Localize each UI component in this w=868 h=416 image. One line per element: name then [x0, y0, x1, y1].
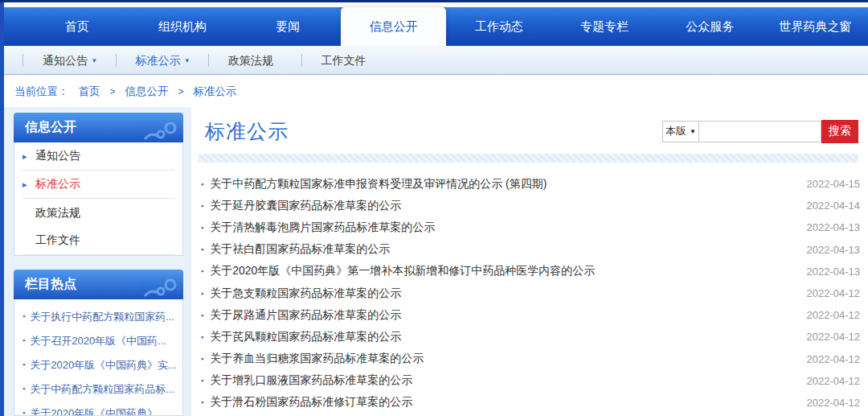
- caret-down-icon: ▼: [690, 128, 696, 135]
- announcement-row[interactable]: ▪ 关于延丹胶囊国家药品标准草案的公示 2022-04-14: [199, 195, 860, 216]
- announcement-row[interactable]: ▪ 关于养血当归糖浆国家药品标准草案的公示 2022-04-12: [199, 348, 860, 370]
- nav-tab[interactable]: 公众服务: [657, 7, 763, 46]
- main-header: 标准公示 本版 ▼ 搜索: [205, 118, 858, 144]
- announcement-list: ▪ 关于中药配方颗粒国家标准申报资料受理及审评情况的公示 (第四期) 2022-…: [199, 173, 860, 414]
- breadcrumb-prefix: 当前位置：: [14, 84, 69, 99]
- announcement-row[interactable]: ▪ 关于中药配方颗粒国家标准申报资料受理及审评情况的公示 (第四期) 2022-…: [199, 173, 860, 195]
- announcement-date: 2022-04-12: [791, 397, 861, 409]
- hot-topic-item[interactable]: ▪ 关于执行中药配方颗粒国家药...: [19, 304, 178, 328]
- announcement-date: 2022-04-12: [791, 309, 861, 321]
- sub-nav-item[interactable]: 工作文件 ▾: [301, 54, 395, 67]
- nav-tab[interactable]: 要闻: [235, 7, 341, 46]
- announcement-title: 关于祛白酊国家药品标准草案的公示: [210, 242, 390, 257]
- sidebar-item[interactable]: ▸ 标准公示: [23, 171, 174, 199]
- search-input[interactable]: [699, 121, 821, 142]
- nav-tab[interactable]: 组织机构: [129, 7, 235, 46]
- bullet-icon: ▪: [201, 333, 203, 341]
- bullet-icon: ▪: [201, 377, 203, 385]
- bullet-icon: ▪: [23, 358, 25, 372]
- sidebar-item[interactable]: ▸ 通知公告: [23, 142, 174, 171]
- bullet-icon: ▪: [201, 290, 203, 298]
- sub-nav-item[interactable]: 通知公告 ▾: [23, 54, 116, 67]
- main-content: 标准公示 本版 ▼ 搜索 ▪ 关于中药配方颗粒国家标准申报资料受理及审评情况的公…: [197, 107, 868, 416]
- announcement-title: 关于增乳口服液国家药品标准草案的公示: [210, 373, 412, 388]
- nav-tab-label: 要闻: [276, 19, 300, 35]
- sidebar-item-label: 通知公告: [35, 149, 80, 163]
- breadcrumb: 当前位置： 首页 > 信息公开 > 标准公示: [0, 76, 868, 107]
- announcement-title: 关于中药配方颗粒国家标准申报资料受理及审评情况的公示 (第四期): [210, 177, 547, 192]
- announcement-date: 2022-04-12: [791, 353, 861, 365]
- sidebar-section-title: 栏目热点: [25, 276, 76, 293]
- announcement-row[interactable]: ▪ 关于增乳口服液国家药品标准草案的公示 2022-04-12: [199, 370, 860, 392]
- announcement-date: 2022-04-12: [791, 287, 861, 299]
- hot-topic-item[interactable]: ▪ 关于2020年版《中国药典》: [19, 401, 178, 416]
- hot-topic-label: 关于2020年版《中国药典》: [30, 406, 178, 416]
- arrow-right-icon: ▸: [23, 151, 35, 162]
- announcement-row[interactable]: ▪ 关于尿路通片国家药品标准草案的公示 2022-04-12: [199, 304, 860, 326]
- sub-nav-item[interactable]: 标准公示 ▾: [116, 54, 209, 67]
- announcement-title: 关于滑石粉国家药品标准修订草案的公示: [210, 395, 412, 410]
- nav-tab[interactable]: 工作动态: [446, 7, 551, 46]
- bullet-icon: ▪: [201, 311, 203, 319]
- announcement-row[interactable]: ▪ 关于滑石粉国家药品标准修订草案的公示 2022-04-12: [199, 392, 860, 414]
- announcement-date: 2022-04-15: [791, 178, 861, 190]
- announcement-row[interactable]: ▪ 关于芪风颗粒国家药品标准草案的公示 2022-04-12: [199, 326, 860, 348]
- breadcrumb-link-info[interactable]: 信息公开: [125, 84, 169, 99]
- announcement-row[interactable]: ▪ 关于急支颗粒国家药品标准草案的公示 2022-04-12: [199, 282, 860, 304]
- search-scope-select[interactable]: 本版 ▼: [662, 121, 699, 142]
- sidebar-section-header: 栏目热点: [14, 270, 183, 299]
- chevron-down-icon: ▾: [186, 54, 190, 67]
- announcement-date: 2022-04-13: [791, 221, 861, 233]
- hot-topics-list: ▪ 关于执行中药配方颗粒国家药... ▪ 关于召开2020年版《中国药... ▪…: [14, 299, 183, 416]
- announcement-date: 2022-04-13: [791, 244, 861, 256]
- nav-tab-label: 世界药典之窗: [779, 19, 851, 35]
- nav-tab[interactable]: 首页: [24, 7, 129, 46]
- breadcrumb-link-current[interactable]: 标准公示: [194, 84, 237, 99]
- announcement-row[interactable]: ▪ 关于2020年版《中国药典》第一增补本拟新增和修订中药品种医学内容的公示 2…: [199, 261, 860, 282]
- announcement-date: 2022-04-14: [791, 200, 861, 212]
- nav-tab-label: 专题专栏: [580, 19, 628, 35]
- sidebar: 信息公开 ▸ 通知公告 ▸ 标准公示: [4, 107, 191, 416]
- announcement-title: 关于清热解毒泡腾片国家药品标准草案的公示: [210, 220, 435, 235]
- hot-topic-label: 关于2020年版《中国药典》实...: [30, 358, 178, 372]
- sidebar-section-info-disclosure: 信息公开 ▸ 通知公告 ▸ 标准公示: [14, 113, 183, 256]
- announcement-title: 关于急支颗粒国家药品标准草案的公示: [210, 286, 401, 301]
- hot-topic-label: 关于召开2020年版《中国药...: [30, 334, 178, 348]
- bullet-icon: ▪: [23, 310, 25, 323]
- sub-nav-item-label: 标准公示: [136, 54, 181, 67]
- sidebar-section-title: 信息公开: [25, 119, 76, 136]
- hot-topic-item[interactable]: ▪ 关于召开2020年版《中国药...: [19, 328, 178, 352]
- sidebar-section-header: 信息公开: [14, 113, 183, 142]
- nav-tab[interactable]: 信息公开: [341, 7, 446, 46]
- sub-nav-item[interactable]: 政策法规 ▾: [208, 54, 301, 67]
- sidebar-item[interactable]: ▸ 政策法规: [23, 199, 174, 227]
- hot-topic-item[interactable]: ▪ 关于中药配方颗粒国家药品标...: [19, 377, 178, 401]
- nav-tab-label: 组织机构: [158, 19, 207, 35]
- sidebar-item[interactable]: ▸ 工作文件: [23, 227, 174, 255]
- sidebar-item-label: 工作文件: [35, 233, 80, 248]
- search-button[interactable]: 搜索: [821, 120, 858, 143]
- sub-nav-item-label: 政策法规: [228, 54, 273, 67]
- announcement-title: 关于2020年版《中国药典》第一增补本拟新增和修订中药品种医学内容的公示: [210, 264, 595, 278]
- main-nav: 首页 组织机构 要闻 信息公开 工作动态 专题专栏 公众服务 世界药典之窗: [0, 7, 868, 46]
- bullet-icon: ▪: [201, 224, 203, 232]
- nav-tab-label: 工作动态: [475, 19, 523, 35]
- bullet-icon: ▪: [23, 334, 25, 348]
- breadcrumb-separator: >: [110, 86, 116, 97]
- search-scope-value: 本版: [665, 124, 686, 138]
- bullet-icon: ▪: [201, 245, 203, 253]
- hot-topic-item[interactable]: ▪ 关于2020年版《中国药典》实...: [19, 352, 178, 377]
- announcement-date: 2022-04-12: [791, 331, 861, 343]
- breadcrumb-link-home[interactable]: 首页: [79, 84, 100, 99]
- nav-tab-label: 首页: [65, 19, 89, 35]
- announcement-title: 关于延丹胶囊国家药品标准草案的公示: [210, 199, 401, 213]
- announcement-title: 关于尿路通片国家药品标准草案的公示: [210, 308, 401, 323]
- nav-tab[interactable]: 世界药典之窗: [763, 7, 868, 46]
- sub-nav-item-label: 通知公告: [43, 54, 88, 67]
- announcement-row[interactable]: ▪ 关于清热解毒泡腾片国家药品标准草案的公示 2022-04-13: [199, 216, 860, 238]
- sub-nav: 通知公告 ▾ 标准公示 ▾ 政策法规 ▾ 工作文件 ▾: [0, 46, 868, 75]
- hot-topic-label: 关于执行中药配方颗粒国家药...: [30, 310, 178, 323]
- announcement-row[interactable]: ▪ 关于祛白酊国家药品标准草案的公示 2022-04-13: [199, 239, 860, 261]
- hot-topic-label: 关于中药配方颗粒国家药品标...: [30, 382, 178, 396]
- nav-tab[interactable]: 专题专栏: [551, 7, 657, 46]
